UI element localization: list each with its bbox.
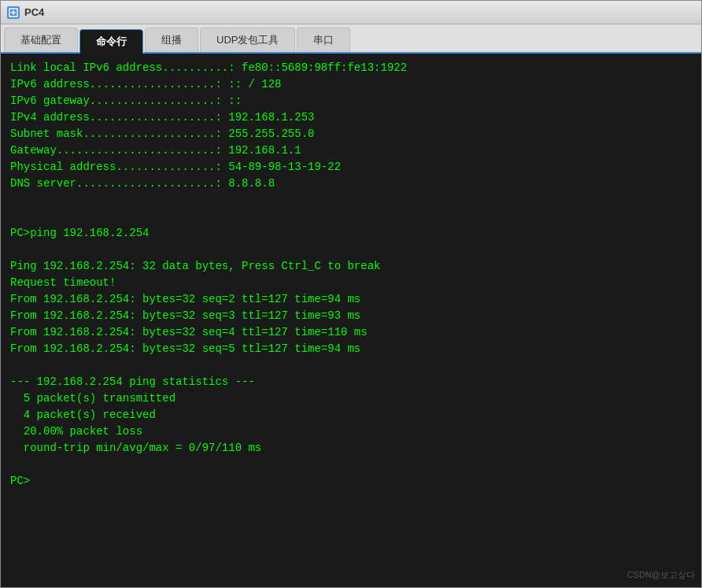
watermark: CSDN@보고싶다 bbox=[627, 569, 695, 581]
terminal-line: From 192.168.2.254: bytes=32 seq=4 ttl=1… bbox=[10, 324, 692, 341]
window-title: PC4 bbox=[24, 6, 44, 18]
terminal-line: IPv6 address...................: :: / 12… bbox=[10, 76, 692, 93]
terminal-line: PC>ping 192.168.2.254 bbox=[10, 225, 692, 242]
terminal-line: From 192.168.2.254: bytes=32 seq=5 ttl=1… bbox=[10, 341, 692, 357]
terminal-line bbox=[10, 242, 692, 258]
tab-cmd[interactable]: 命令行 bbox=[79, 29, 143, 54]
terminal-line: PC> bbox=[10, 473, 692, 490]
main-window: PC4 基础配置命令行组播UDP发包工具串口 Link local IPv6 a… bbox=[0, 0, 702, 588]
terminal-line bbox=[10, 357, 692, 374]
terminal-line: 5 packet(s) transmitted bbox=[10, 390, 692, 407]
tab-serial[interactable]: 串口 bbox=[297, 28, 350, 52]
terminal-line bbox=[10, 457, 692, 473]
tab-basic[interactable]: 基础配置 bbox=[4, 28, 78, 52]
tab-bar: 基础配置命令行组播UDP发包工具串口 bbox=[1, 24, 701, 54]
terminal-line: From 192.168.2.254: bytes=32 seq=3 ttl=1… bbox=[10, 308, 692, 324]
title-bar: PC4 bbox=[1, 1, 701, 24]
terminal-line: Gateway........................: 192.168… bbox=[10, 142, 692, 159]
tab-multicast[interactable]: 组播 bbox=[145, 28, 198, 52]
terminal-line: Ping 192.168.2.254: 32 data bytes, Press… bbox=[10, 258, 692, 275]
terminal-line: Subnet mask....................: 255.255… bbox=[10, 126, 692, 142]
terminal-line: DNS server.....................: 8.8.8.8 bbox=[10, 176, 692, 192]
terminal-line: --- 192.168.2.254 ping statistics --- bbox=[10, 374, 692, 390]
terminal-line: 4 packet(s) received bbox=[10, 407, 692, 423]
window-icon bbox=[7, 6, 20, 19]
terminal-line bbox=[10, 209, 692, 225]
terminal-line: round-trip min/avg/max = 0/97/110 ms bbox=[10, 440, 692, 457]
terminal-line: IPv6 gateway...................: :: bbox=[10, 93, 692, 109]
terminal-line bbox=[10, 192, 692, 209]
terminal-line: From 192.168.2.254: bytes=32 seq=2 ttl=1… bbox=[10, 291, 692, 308]
terminal-wrapper: Link local IPv6 address..........: fe80:… bbox=[1, 54, 701, 587]
terminal[interactable]: Link local IPv6 address..........: fe80:… bbox=[1, 54, 701, 587]
terminal-line: Link local IPv6 address..........: fe80:… bbox=[10, 60, 692, 76]
terminal-line: IPv4 address...................: 192.168… bbox=[10, 109, 692, 126]
tab-udp[interactable]: UDP发包工具 bbox=[200, 28, 295, 52]
terminal-line: Physical address...............: 54-89-9… bbox=[10, 159, 692, 176]
terminal-line: Request timeout! bbox=[10, 275, 692, 291]
terminal-line: 20.00% packet loss bbox=[10, 423, 692, 440]
